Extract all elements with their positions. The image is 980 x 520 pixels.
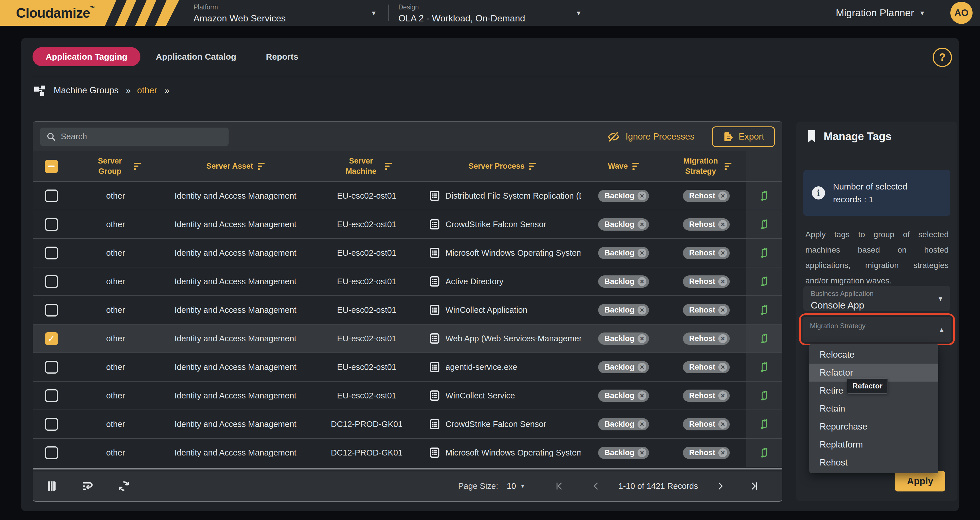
process-mapping-icon[interactable] — [758, 332, 770, 345]
search-box[interactable] — [40, 127, 229, 146]
previous-page-button[interactable] — [591, 481, 601, 491]
page-size-value[interactable]: 10 — [507, 482, 516, 491]
process-mapping-icon[interactable] — [758, 447, 770, 459]
refresh-icon[interactable] — [117, 479, 130, 493]
process-mapping-icon[interactable] — [758, 218, 770, 230]
first-page-button[interactable] — [554, 481, 564, 491]
chip-remove-icon[interactable]: × — [718, 306, 727, 315]
dropdown-option-retain[interactable]: Retain — [809, 399, 938, 418]
process-mapping-icon[interactable] — [758, 247, 770, 259]
row-checkbox[interactable] — [45, 446, 58, 459]
export-button[interactable]: Export — [712, 126, 775, 147]
breadcrumb-current[interactable]: other — [137, 85, 157, 95]
chip-remove-icon[interactable]: × — [718, 448, 727, 457]
wave-chip-label: Backlog — [605, 191, 635, 200]
chip-remove-icon[interactable]: × — [718, 277, 727, 286]
chip-remove-icon[interactable]: × — [718, 334, 727, 343]
chip-remove-icon[interactable]: × — [718, 363, 727, 372]
filter-icon[interactable] — [529, 163, 536, 170]
panel-description: Apply tags to group of selected machines… — [805, 227, 948, 289]
export-label: Export — [738, 132, 764, 142]
chip-remove-icon[interactable]: × — [638, 448, 646, 457]
design-select[interactable]: Design OLA 2 - Workload, On-Demand ▾ — [398, 0, 583, 26]
dropdown-option-relocate[interactable]: Relocate — [809, 346, 938, 364]
app-switcher[interactable]: Migration Planner ▾ — [836, 7, 924, 19]
chip-remove-icon[interactable]: × — [718, 391, 727, 400]
next-page-button[interactable] — [716, 481, 725, 491]
row-process-name: Active Directory — [445, 277, 503, 286]
row-process-name: agentid-service.exe — [445, 363, 517, 372]
row-checkbox[interactable] — [45, 304, 58, 316]
migration-strategy-select[interactable]: Migration Strategy ▴ — [802, 317, 951, 342]
wrap-text-icon[interactable] — [81, 480, 94, 492]
help-icon[interactable]: ? — [932, 48, 952, 67]
filter-icon[interactable] — [258, 163, 264, 170]
row-checkbox[interactable] — [45, 361, 58, 374]
process-mapping-icon[interactable] — [758, 304, 770, 316]
table-rows: other Identity and Access Management EU-… — [33, 182, 782, 467]
wave-chip-label: Backlog — [605, 306, 635, 315]
ignore-processes-button[interactable]: Ignore Processes — [607, 130, 694, 143]
filter-icon[interactable] — [725, 163, 732, 170]
chip-remove-icon[interactable]: × — [718, 248, 727, 258]
scrollbar-track[interactable] — [33, 467, 782, 471]
chip-remove-icon[interactable]: × — [638, 220, 646, 229]
row-checkbox[interactable] — [45, 218, 58, 231]
chip-remove-icon[interactable]: × — [638, 391, 646, 400]
process-mapping-icon[interactable] — [758, 390, 770, 402]
platform-select[interactable]: Platform Amazon Web Services ▾ — [194, 0, 379, 26]
chip-remove-icon[interactable]: × — [718, 220, 727, 229]
row-checkbox[interactable] — [45, 189, 58, 202]
process-mapping-icon[interactable] — [758, 361, 770, 373]
process-mapping-icon[interactable] — [758, 275, 770, 288]
row-checkbox[interactable] — [45, 246, 58, 259]
chip-remove-icon[interactable]: × — [718, 191, 727, 200]
apply-button[interactable]: Apply — [895, 471, 945, 491]
row-machine: EU-esc02-ost01 — [310, 353, 424, 381]
search-input[interactable] — [61, 132, 221, 141]
row-checkbox[interactable] — [45, 418, 58, 431]
row-checkbox[interactable] — [45, 275, 58, 288]
filter-icon[interactable] — [134, 163, 141, 170]
chip-remove-icon[interactable]: × — [638, 277, 646, 286]
chip-remove-icon[interactable]: × — [638, 191, 646, 200]
row-group: other — [70, 439, 161, 467]
business-application-value: Console App — [811, 300, 943, 311]
chip-remove-icon[interactable]: × — [638, 306, 646, 315]
business-application-select[interactable]: Business Application Console App ▾ — [803, 286, 950, 311]
dropdown-option-rehost[interactable]: Rehost — [809, 453, 938, 471]
tab-reports[interactable]: Reports — [252, 47, 312, 66]
process-mapping-icon[interactable] — [758, 190, 770, 202]
chip-remove-icon[interactable]: × — [638, 420, 646, 429]
table-row: other Identity and Access Management DC1… — [33, 439, 782, 467]
chevron-down-icon: ▾ — [920, 9, 924, 17]
select-all-checkbox[interactable] — [45, 160, 58, 173]
user-avatar[interactable]: AO — [950, 2, 972, 24]
column-chooser-icon[interactable] — [45, 480, 58, 492]
chip-remove-icon[interactable]: × — [638, 363, 646, 372]
tab-application-tagging[interactable]: Application Tagging — [33, 47, 140, 66]
chip-remove-icon[interactable]: × — [638, 334, 646, 343]
filter-icon[interactable] — [385, 163, 392, 170]
strategy-chip-label: Rehost — [689, 448, 716, 457]
chip-remove-icon[interactable]: × — [718, 420, 727, 429]
strategy-chip-label: Rehost — [689, 334, 716, 343]
chip-remove-icon[interactable]: × — [638, 248, 646, 258]
tab-application-catalog[interactable]: Application Catalog — [142, 47, 251, 66]
row-asset: Identity and Access Management — [161, 439, 310, 467]
chevron-down-icon: ▾ — [577, 9, 581, 17]
dropdown-option-replatform[interactable]: Replatform — [809, 436, 938, 453]
row-checkbox[interactable] — [45, 332, 58, 345]
migration-strategy-label: Migration Strategy — [810, 322, 944, 330]
last-page-button[interactable] — [750, 481, 759, 491]
dropdown-option-repurchase[interactable]: Repurchase — [809, 418, 938, 436]
breadcrumb-root[interactable]: Machine Groups — [54, 85, 118, 95]
cloudamize-logo: Cloudamize™ — [0, 0, 179, 26]
process-mapping-icon[interactable] — [758, 418, 770, 430]
content-card: Application Tagging Application Catalog … — [21, 38, 959, 511]
wave-chip-label: Backlog — [605, 448, 635, 457]
table-row: other Identity and Access Management EU-… — [33, 210, 782, 239]
row-group: other — [70, 182, 161, 210]
filter-icon[interactable] — [632, 163, 639, 170]
row-checkbox[interactable] — [45, 389, 58, 402]
